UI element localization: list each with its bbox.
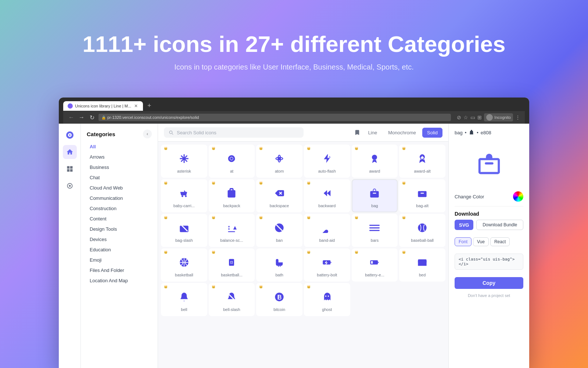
icon-cell-bag-slash[interactable]: 👑bag-slash [161,214,207,247]
category-item-education[interactable]: Education [84,245,155,255]
icon-cell-asterisk[interactable]: 👑asterisk [161,145,207,178]
category-item-emoji[interactable]: Emoji [84,255,155,265]
category-item-design-tools[interactable]: Design Tools [84,224,155,234]
premium-crown-icon: 👑 [402,147,406,150]
ext-icon-1[interactable]: ⊘ [457,114,461,120]
reload-button[interactable]: ↻ [88,114,96,121]
icon-name-balance-sc...: balance-sc... [220,238,243,243]
category-item-location-and-map[interactable]: Location And Map [84,276,155,286]
icon-cell-atom[interactable]: 👑atom [256,145,302,178]
new-tab-button[interactable]: + [144,100,154,111]
icon-svg-auto-flash: A [320,151,334,166]
forward-button[interactable]: → [78,114,85,121]
category-item-chat[interactable]: Chat [84,173,155,183]
sidebar-grid-icon[interactable] [63,162,77,176]
premium-crown-icon: 👑 [259,285,263,289]
category-item-construction[interactable]: Construction [84,204,155,213]
svg-download-button[interactable]: SVG [455,220,473,230]
icon-cell-bell[interactable]: 👑bell [161,283,207,316]
icon-cell-band-aid[interactable]: 👑band-aid [304,214,350,247]
address-text: pr-1320.vercel.iconscout.com/unicons/exp… [107,115,199,120]
icon-svg-bag-alt [415,186,430,201]
icon-cell-backpack[interactable]: 👑backpack [209,179,255,212]
icon-cell-award-alt[interactable]: 👑award-alt [399,145,445,178]
icon-svg-bag [367,186,382,201]
icon-svg-bitcoin [272,290,287,304]
icon-cell-bars[interactable]: 👑bars [352,214,398,247]
sidebar-logo[interactable] [63,128,77,142]
icon-name-battery-e...: battery-e... [365,273,384,277]
icon-cell-bag-alt[interactable]: 👑bag-alt [399,179,445,212]
react-tab-button[interactable]: React [490,237,510,246]
search-input-wrapper[interactable] [164,127,304,138]
icon-cell-backspace[interactable]: 👑backspace [256,179,302,212]
icon-cell-baby-carri...[interactable]: 👑baby-carri... [161,179,207,212]
icon-cell-auto-flash[interactable]: 👑Aauto-flash [304,145,350,178]
sidebar-home-icon[interactable] [63,145,77,159]
icon-cell-bath[interactable]: bath [256,248,302,282]
premium-crown-icon: 👑 [259,181,263,185]
bundle-download-button[interactable]: Download Bundle [476,220,523,230]
svg-point-35 [325,296,327,297]
back-button[interactable]: ← [68,114,75,121]
monochrome-style-btn[interactable]: Monochrome [383,128,421,138]
icon-cell-battery-bolt[interactable]: 👑battery-bolt [304,248,350,282]
icon-cell-at[interactable]: 👑at [209,145,255,178]
icon-cell-backward[interactable]: 👑backward [304,179,350,212]
category-item-devices[interactable]: Devices [84,234,155,244]
more-options-icon[interactable]: ⋮ [515,114,520,120]
copy-button[interactable]: Copy [455,277,523,289]
icon-cell-basketball[interactable]: 👑basketball [161,248,207,282]
icon-name-bell: bell [181,307,187,312]
category-item-all[interactable]: All [84,142,155,152]
category-item-cloud-and-web[interactable]: Cloud And Web [84,183,155,193]
svg-rect-32 [420,261,422,263]
icon-cell-bag[interactable]: bag [352,179,398,212]
premium-crown-icon: 👑 [355,147,358,150]
icon-name-baseball-ball: baseball-ball [411,238,434,243]
tab-close-icon[interactable]: ✕ [133,103,139,109]
icon-name-award: award [369,169,380,173]
browser-tab-active[interactable]: Unicons icon library | Line | M... ✕ [63,101,143,111]
icon-cell-battery-e...[interactable]: 👑battery-e... [352,248,398,282]
icon-cell-bell-slash[interactable]: 👑bell-slash [209,283,255,316]
icon-name-bath: bath [275,273,283,277]
icon-cell-baseball-ball[interactable]: 👑baseball-ball [399,214,445,247]
category-item-files-and-folder[interactable]: Files And Folder [84,265,155,275]
sidebar-settings-icon[interactable] [63,179,77,193]
no-project-text: Don't have a project set [455,293,523,298]
icon-svg-bed [415,255,430,270]
icon-cell-bitcoin[interactable]: 👑bitcoin [256,283,302,316]
icon-svg-at [224,151,239,166]
icon-cell-ghost[interactable]: 👑ghost [304,283,350,316]
icon-cell-award[interactable]: 👑award [352,145,398,178]
ext-icon-star[interactable]: ☆ [463,114,468,120]
category-item-content[interactable]: Content [84,214,155,224]
address-input[interactable]: 🔒 pr-1320.vercel.iconscout.com/unicons/e… [98,114,451,121]
collapse-button[interactable]: ‹ [143,130,152,138]
font-tab-button[interactable]: Font [455,237,472,246]
ext-icon-cast[interactable]: ▭ [470,114,475,120]
category-item-communication[interactable]: Communication [84,193,155,203]
icon-name-backspace: backspace [270,204,289,208]
line-style-btn[interactable]: Line [363,128,382,138]
vue-tab-button[interactable]: Vue [473,237,489,246]
search-input[interactable] [177,130,299,135]
icon-svg-backward [320,186,334,201]
category-item-arrows[interactable]: Arrows [84,152,155,162]
browser-window: Unicons icon library | Line | M... ✕ + ←… [59,98,529,368]
icon-cell-balance-sc...[interactable]: 👑balance-sc... [209,214,255,247]
ext-icon-puzzle[interactable]: ⊞ [477,114,482,120]
solid-style-btn[interactable]: Solid [422,128,442,138]
category-item-business[interactable]: Business [84,162,155,172]
icon-svg-asterisk [177,151,191,166]
incognito-button[interactable]: Incognito [484,113,513,121]
icon-preview-large [474,149,504,178]
bookmark-icon[interactable] [354,129,361,136]
svg-text:A: A [329,156,330,158]
color-picker-icon[interactable] [513,191,523,202]
icon-cell-ban[interactable]: 👑ban [256,214,302,247]
svg-rect-14 [418,191,426,197]
icon-cell-basketball...[interactable]: 👑basketball... [209,248,255,282]
icon-cell-bed[interactable]: 👑bed [399,248,445,282]
